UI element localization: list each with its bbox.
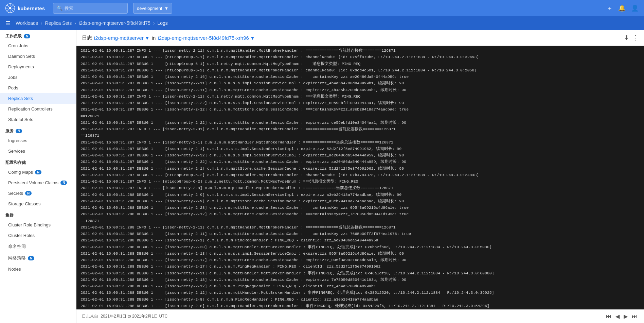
sidebar-item-label: Ingresses	[8, 138, 27, 143]
log-title: 日志 i2dsp-emg-mqttserver ▼ in i2dsp-emg-m…	[82, 35, 255, 41]
log-line: 2021-02-01 16:00:31.288 DEBUG 1 --- [iss…	[76, 204, 644, 211]
log-line: 2021-02-01 16:00:31.287 INFO 1 --- [isso…	[76, 126, 644, 132]
nav-last-button[interactable]: ⏭	[630, 313, 639, 320]
sidebar-item-label: Deployments	[8, 64, 34, 69]
log-line: 2021-02-01 16:00:31.288 DEBUG 1 --- [iss…	[76, 283, 644, 289]
sidebar-item-label: Cron Jobs	[8, 43, 28, 48]
breadcrumb-pod[interactable]: i2dsp-emg-mqttserver-5f8d49fd75	[79, 20, 150, 26]
sidebar-item-label: Stateful Sets	[8, 117, 33, 122]
sidebar-item-namespaces[interactable]: 命名空间	[0, 241, 76, 252]
sidebar-item-networkpolicies[interactable]: 网络策略 N	[0, 252, 76, 264]
user-avatar[interactable]: 👤	[631, 4, 639, 12]
sidebar-item-clusterroles[interactable]: Cluster Roles	[0, 230, 76, 241]
log-prefix: 日志	[82, 35, 92, 41]
log-line: 2021-02-01 16:00:31.287 DEBUG 1 --- [iss…	[76, 119, 644, 126]
breadcrumb-replicasets[interactable]: Replica Sets	[45, 20, 72, 26]
workloads-label: 工作负载	[5, 33, 22, 39]
download-log-icon[interactable]: ⬇	[624, 34, 629, 41]
sidebar-item-cronjobs[interactable]: Cron Jobs	[0, 40, 76, 51]
nav-next-button[interactable]: ▶	[622, 312, 629, 320]
log-line: ==126871	[76, 132, 644, 139]
sidebar-item-ingresses[interactable]: Ingresses	[0, 135, 76, 146]
topbar: kubernetes 🔍 development ▼ ＋ 🔔 👤	[0, 0, 644, 16]
sidebar-item-label: Replication Controllers	[8, 106, 53, 112]
sidebar-item-label: Daemon Sets	[8, 54, 35, 59]
date-range-value: 2021年2月1日 to 2021年2月1日 UTC	[101, 314, 167, 319]
nav-first-button[interactable]: ⏮	[605, 313, 613, 320]
log-line: 2021-02-01 16:00:31.288 DEBUG 1 --- [iss…	[76, 237, 644, 243]
log-line: 2021-02-01 16:00:31.287 DEBUG 1 --- [ntL…	[76, 67, 644, 73]
log-line: 2021-02-01 16:00:31.287 DEBUG 1 --- [iss…	[76, 87, 644, 93]
sidebar-item-replicationcontrollers[interactable]: Replication Controllers	[0, 104, 76, 114]
main-layout: 工作负载 N Cron Jobs Daemon Sets Deployments…	[0, 30, 644, 323]
sidebar-item-badge: N	[60, 181, 67, 185]
sidebar-item-clusterrolebindings[interactable]: Cluster Role Bindings	[0, 220, 76, 230]
search-input[interactable]	[65, 6, 124, 11]
log-line: 2021-02-01 16:00:31.288 DEBUG 1 --- [iss…	[76, 191, 644, 198]
log-footer-nav: ⏮ ◀ ▶ ⏭	[605, 312, 639, 320]
log-line: 2021-02-01 16:00:31.287 INFO 1 --- [isso…	[76, 47, 644, 54]
sidebar-item-replicasets[interactable]: Replica Sets	[0, 93, 76, 104]
svg-line-7	[12, 10, 13, 11]
sidebar-item-label: Secrets	[8, 191, 23, 196]
pod-selector[interactable]: i2dsp-emg-mqttserver ▼	[94, 35, 150, 41]
log-line: 2021-02-01 16:00:31.288 DEBUG 1 --- [iss…	[76, 270, 644, 276]
search-box[interactable]: 🔍	[53, 3, 128, 14]
sidebar-item-label: Storage Classes	[8, 201, 40, 206]
sidebar-item-label: Replica Sets	[8, 96, 33, 101]
workloads-badge: N	[24, 34, 30, 38]
sidebar: 工作负载 N Cron Jobs Daemon Sets Deployments…	[0, 30, 76, 323]
container-name: i2dsp-emg-mqttserver-5f8d49fd75-xrh96	[158, 35, 249, 41]
log-container[interactable]: 2021-02-01 16:00:31.287 INFO 1 --- [isso…	[76, 46, 644, 309]
sidebar-item-deployments[interactable]: Deployments	[0, 62, 76, 72]
sidebar-item-nodes[interactable]: Nodes	[0, 264, 76, 274]
search-icon: 🔍	[57, 5, 62, 11]
sidebar-item-services[interactable]: Services	[0, 146, 76, 156]
cluster-selector-arrow: ▼	[164, 6, 169, 11]
sidebar-item-pvc[interactable]: Persistent Volume Claims N	[0, 177, 76, 188]
log-line: 2021-02-01 16:00:31.287 INFO 1 --- [isso…	[76, 139, 644, 146]
container-selector-arrow: ▼	[250, 35, 255, 41]
log-line: 2021-02-01 16:00:31.287 INFO 1 --- [isso…	[76, 185, 644, 191]
log-line: ==126871	[76, 113, 644, 119]
sidebar-item-jobs[interactable]: Jobs	[0, 72, 76, 83]
sidebar-item-configmaps[interactable]: Config Maps N	[0, 167, 76, 177]
cluster-selector[interactable]: development ▼	[133, 3, 172, 14]
pod-selector-arrow: ▼	[145, 35, 150, 41]
log-line: 2021-02-01 16:00:31.288 DEBUG 1 --- [iss…	[76, 263, 644, 270]
content-area: 日志 i2dsp-emg-mqttserver ▼ in i2dsp-emg-m…	[76, 30, 644, 323]
sidebar-item-label: Cluster Roles	[8, 233, 35, 238]
log-line: 2021-02-01 16:00:31.287 INFO 1 --- [isso…	[76, 93, 644, 100]
sidebar-item-badge: N	[35, 170, 41, 174]
log-line: 2021-02-01 16:00:31.288 DEBUG 1 --- [iss…	[76, 289, 644, 296]
sidebar-item-statefulsets[interactable]: Stateful Sets	[0, 114, 76, 125]
log-line: 2021-02-01 16:00:31.287 DEBUG 1 --- [iss…	[76, 100, 644, 106]
sidebar-item-badge: N	[28, 256, 34, 260]
log-date-range: 日志来自 2021年2月1日 to 2021年2月1日 UTC	[82, 313, 167, 319]
breadcrumb-sep-3: ›	[153, 20, 155, 26]
services-badge: N	[16, 129, 22, 133]
log-line: 2021-02-01 16:00:31.287 DEBUG 1 --- [iss…	[76, 73, 644, 80]
log-line: 2021-02-01 16:00:31.288 DEBUG 1 --- [iss…	[76, 211, 644, 217]
sidebar-item-label: Jobs	[8, 75, 17, 80]
menu-icon[interactable]: ☰	[5, 20, 10, 27]
more-options-icon[interactable]: ⋮	[632, 34, 639, 41]
sidebar-item-secrets[interactable]: Secrets N	[0, 188, 76, 199]
log-header-actions: ⬇ ⋮	[624, 34, 639, 41]
pod-name: i2dsp-emg-mqttserver	[94, 35, 144, 41]
sidebar-item-pods[interactable]: Pods	[0, 83, 76, 93]
breadcrumb-workloads[interactable]: Workloads	[16, 20, 38, 26]
nav-prev-button[interactable]: ◀	[614, 312, 621, 320]
add-icon[interactable]: ＋	[607, 4, 613, 12]
sidebar-item-storageclasses[interactable]: Storage Classes	[0, 199, 76, 209]
container-selector[interactable]: i2dsp-emg-mqttserver-5f8d49fd75-xrh96 ▼	[158, 35, 255, 41]
sidebar-item-label: Services	[8, 149, 25, 154]
date-range-link[interactable]: 2021年2月1日 to 2021年2月1日 UTC	[101, 314, 167, 319]
topbar-actions: ＋ 🔔 👤	[607, 4, 639, 12]
log-line: ==126871	[76, 218, 644, 224]
svg-point-1	[9, 7, 12, 10]
sidebar-section-services: 服务 N	[0, 125, 76, 135]
breadcrumb-bar: ☰ Workloads › Replica Sets › i2dsp-emg-m…	[0, 16, 644, 30]
sidebar-item-daemonsets[interactable]: Daemon Sets	[0, 51, 76, 62]
notification-icon[interactable]: 🔔	[618, 4, 626, 12]
